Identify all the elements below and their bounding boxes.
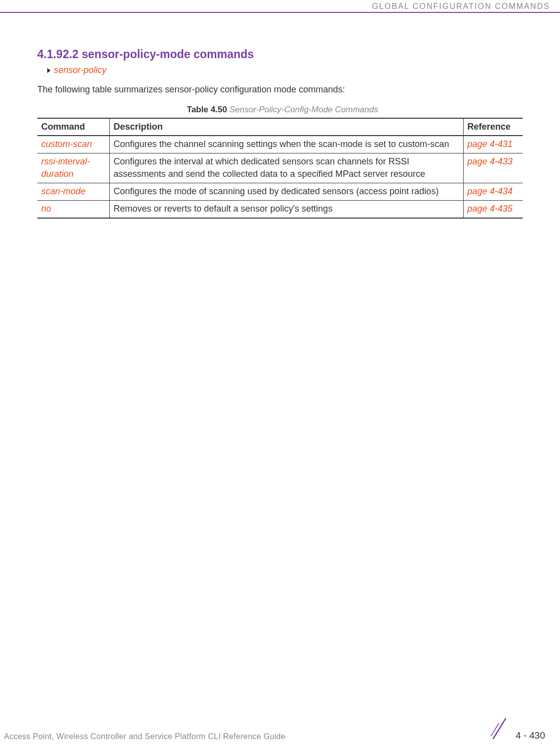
command-link[interactable]: scan-mode	[41, 186, 85, 196]
cell-command: no	[37, 201, 109, 219]
cell-description: Removes or reverts to default a sensor p…	[109, 201, 463, 219]
command-link[interactable]: rssi-interval-duration	[41, 156, 90, 178]
header-description: Description	[109, 118, 463, 136]
breadcrumb: sensor-policy	[47, 65, 523, 75]
table-row: rssi-interval-duration Configures the in…	[37, 153, 523, 183]
breadcrumb-link[interactable]: sensor-policy	[54, 65, 106, 75]
header-command: Command	[37, 118, 109, 136]
cell-command: custom-scan	[37, 136, 109, 153]
page-header: GLOBAL CONFIGURATION COMMANDS	[0, 0, 560, 11]
reference-link[interactable]: page 4-433	[468, 156, 513, 166]
reference-link[interactable]: page 4-431	[468, 139, 513, 149]
slash-icon	[489, 716, 509, 741]
main-content: 4.1.92.2 sensor-policy-mode commands sen…	[0, 13, 560, 219]
command-link[interactable]: custom-scan	[41, 139, 92, 149]
cell-description: Configures the interval at which dedicat…	[109, 153, 463, 183]
table-row: no Removes or reverts to default a senso…	[37, 201, 523, 219]
right-arrow-icon	[47, 68, 51, 73]
svg-line-1	[491, 723, 499, 736]
footer-right: 4 - 430	[489, 716, 545, 741]
table-header-row: Command Description Reference	[37, 118, 523, 136]
table-row: scan-mode Configures the mode of scannin…	[37, 183, 523, 200]
intro-text: The following table summarizes sensor-po…	[37, 84, 523, 95]
cell-command: scan-mode	[37, 183, 109, 200]
cell-description: Configures the mode of scanning used by …	[109, 183, 463, 200]
cell-reference: page 4-435	[463, 201, 523, 219]
page-number: 4 - 430	[516, 730, 545, 741]
cell-command: rssi-interval-duration	[37, 153, 109, 183]
svg-line-0	[493, 718, 506, 739]
command-link[interactable]: no	[41, 204, 51, 214]
page-footer: Access Point, Wireless Controller and Se…	[0, 716, 560, 741]
cell-reference: page 4-431	[463, 136, 523, 153]
header-reference: Reference	[463, 118, 523, 136]
footer-guide-title: Access Point, Wireless Controller and Se…	[4, 732, 285, 741]
table-caption-prefix: Table 4.50	[187, 105, 227, 114]
cell-reference: page 4-433	[463, 153, 523, 183]
table-caption: Table 4.50 Sensor-Policy-Config-Mode Com…	[42, 105, 523, 115]
table-caption-title: Sensor-Policy-Config-Mode Commands	[230, 105, 378, 114]
reference-link[interactable]: page 4-434	[468, 186, 513, 196]
section-number: 4.1.92.2	[37, 48, 79, 61]
section-title: 4.1.92.2 sensor-policy-mode commands	[37, 48, 523, 61]
reference-link[interactable]: page 4-435	[468, 204, 513, 214]
header-title: GLOBAL CONFIGURATION COMMANDS	[372, 2, 550, 10]
commands-table: Command Description Reference custom-sca…	[37, 118, 523, 219]
cell-reference: page 4-434	[463, 183, 523, 200]
cell-description: Configures the channel scanning settings…	[109, 136, 463, 153]
section-name: sensor-policy-mode commands	[82, 48, 254, 61]
table-row: custom-scan Configures the channel scann…	[37, 136, 523, 153]
